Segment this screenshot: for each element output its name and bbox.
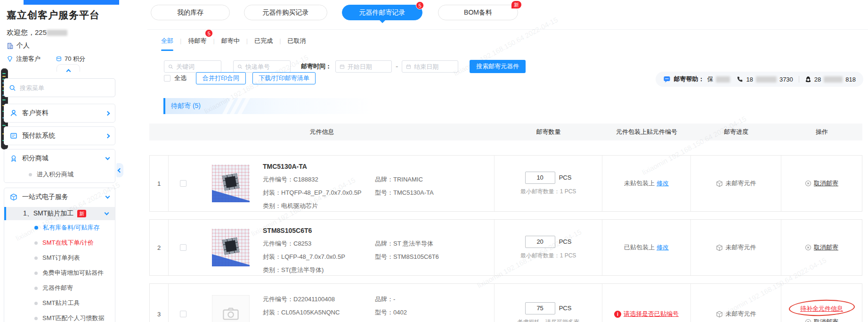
row-checkbox[interactable] [180, 180, 187, 187]
package-box-icon [716, 244, 723, 251]
bullet-dot-icon [34, 241, 38, 245]
qty-unit: PCS [559, 305, 572, 312]
info-icon: i [614, 311, 621, 318]
cube-icon [10, 193, 17, 201]
tab-completed[interactable]: 已完成 [253, 37, 274, 45]
row-checkbox[interactable] [180, 244, 187, 251]
sidebar-item-enter-points-mall[interactable]: 进入积分商城 [4, 167, 115, 182]
sidebar-item-smt-order-list[interactable]: SMT订单列表 [4, 250, 115, 265]
tracking-input[interactable] [245, 63, 286, 70]
end-date-input[interactable] [414, 63, 454, 70]
modify-link[interactable]: 修改 [657, 243, 669, 252]
table-header: 元件信息 邮寄数量 元件包装上贴元件编号 邮寄进度 操作 [149, 124, 862, 140]
qty-input[interactable] [525, 302, 555, 314]
help-label: 邮寄帮助： [673, 75, 704, 83]
field-model: 型号：TMC5130A-TA [375, 189, 494, 197]
search-icon [168, 64, 173, 70]
complete-info-link[interactable]: 待补全元件信息 [800, 302, 843, 314]
package-warning-link[interactable]: i 请选择是否已贴编号 [614, 310, 679, 318]
phone-suffix: 3730 [779, 76, 793, 83]
sidebar-item-label: SMT订单列表 [42, 254, 80, 262]
package-label-cell: i 请选择是否已贴编号 [602, 284, 690, 322]
section-title: 待邮寄 (5) [171, 102, 201, 110]
table-row: 3 元件编号：D22041100408 品牌：- 封装：CL05A105KA5N… [149, 283, 862, 322]
sidebar-item-customer-info[interactable]: 客户资料 [4, 104, 115, 123]
bullet-dot-icon [29, 173, 32, 176]
field-package: 封装：LQFP-48_7.0x7.0x0.5P [263, 253, 375, 261]
sidebar-item-smt-personal-data[interactable]: SMT匹配个人习惯数据 [4, 311, 115, 322]
coins-icon [56, 56, 62, 62]
progress-status: 未邮寄元件 [726, 310, 756, 318]
sidebar-collapse-handle[interactable] [116, 163, 123, 177]
cancel-mailing-button[interactable]: 取消邮寄 [805, 179, 838, 188]
qty-input[interactable] [525, 236, 555, 248]
component-info: TMC5130A-TA 元件编号：C188832 品牌：TRINAMIC 封装：… [263, 156, 494, 211]
chevron-down-icon [105, 194, 110, 199]
field-code: 元件编号：C8253 [263, 239, 375, 248]
tab-purchase-records[interactable]: 元器件购买记录 [244, 5, 327, 20]
tab-mailing-records[interactable]: 元器件邮寄记录 5 [342, 5, 422, 20]
sidebar-item-private-stock[interactable]: 私有库备料/可贴库存 [4, 220, 115, 235]
tab-label: 元器件邮寄记录 [359, 8, 406, 17]
mailing-help: 邮寄帮助： 保 183730 28818 [656, 72, 863, 87]
field-model: 型号：STM8S105C6T6 [375, 253, 494, 261]
actions-cell: 待补全元件信息 取消邮寄 [781, 284, 862, 322]
app-title: 嘉立创客户服务平台 [7, 8, 100, 22]
merge-print-contract-button[interactable]: 合并打印合同 [196, 72, 246, 84]
sidebar-item-one-stop-service[interactable]: 一站式电子服务 [4, 188, 115, 206]
sidebar-item-label: 元器件邮寄 [42, 284, 73, 292]
component-info: 元件编号：D22041100408 品牌：- 封装：CL05A105KA5NQN… [263, 284, 494, 322]
sidebar-item-component-mailing[interactable]: 元器件邮寄 [4, 281, 115, 296]
sidebar-item-smt-tools[interactable]: SMT贴片工具 [4, 296, 115, 311]
sidebar-item-smt-online-order[interactable]: SMT在线下单/计价 [4, 235, 115, 250]
start-date-input[interactable] [348, 63, 388, 70]
medal-icon [10, 155, 17, 162]
sidebar-item-label: SMT在线下单/计价 [42, 239, 94, 247]
tab-pending-mail[interactable]: 待邮寄 5 [187, 37, 207, 45]
redacted-name [716, 76, 730, 83]
sidebar-item-free-apply-parts[interactable]: 免费申请增加可贴器件 [4, 265, 115, 281]
redacted-qq [824, 76, 843, 83]
field-brand: 品牌：ST 意法半导体 [375, 239, 494, 248]
loss-note: 考虑损耗，请尽可能多寄 [517, 318, 579, 322]
bullet-dot-icon [34, 317, 38, 320]
cancel-mailing-button[interactable]: 取消邮寄 [805, 243, 838, 252]
cancel-mailing-button[interactable]: 取消邮寄 [805, 318, 838, 322]
tab-all[interactable]: 全部 [160, 37, 174, 45]
tab-label: BOM备料 [464, 8, 492, 17]
new-badge: 新 [77, 210, 86, 217]
sidebar-item-label: 客户资料 [22, 109, 101, 117]
sidebar-item-label: 预付款系统 [22, 132, 101, 140]
select-all-checkbox[interactable] [164, 75, 170, 82]
download-print-list-button[interactable]: 下载/打印邮寄清单 [252, 72, 316, 84]
chip-photo [222, 173, 239, 190]
camera-icon [223, 307, 239, 321]
qty-input[interactable] [525, 172, 555, 184]
collapse-profile-button[interactable] [57, 64, 80, 72]
tab-my-inventory[interactable]: 我的库存 [151, 5, 230, 20]
sidebar-item-prepayment[interactable]: 预付款系统 [4, 126, 115, 145]
tab-mailing[interactable]: 邮寄中 [220, 37, 241, 45]
table-row: 2 STM8S105C6T6 元件编号：C8253 品牌：ST 意法半导体 封装… [149, 219, 862, 276]
welcome-prefix: 欢迎您， [7, 28, 35, 36]
package-label-cell: 已贴包装上 修改 [602, 220, 690, 275]
bullet-dot-icon [34, 256, 38, 260]
sidebar-item-label: 一站式电子服务 [22, 193, 101, 201]
page: lixiaomin 192.168.150.64 2022-04-15 lixi… [0, 0, 868, 322]
modify-link[interactable]: 修改 [657, 179, 669, 188]
field-category: 类别：电机驱动芯片 [263, 202, 494, 210]
sidebar-item-smt-processing[interactable]: 1、SMT贴片加工 新 [4, 207, 115, 220]
sidebar-item-points-mall[interactable]: 积分商城 [4, 149, 115, 167]
tab-bom-stock[interactable]: BOM备料 新 [438, 5, 518, 20]
sidebar-item-label: SMT贴片工具 [42, 299, 80, 307]
person-icon [10, 109, 17, 117]
component-image [212, 229, 250, 266]
phone-icon [737, 76, 743, 83]
sidebar-item-label: 1、SMT贴片加工 [23, 209, 73, 218]
menu-search-input[interactable] [20, 84, 110, 91]
tab-cancelled[interactable]: 已取消 [287, 37, 307, 45]
keyword-input[interactable] [176, 63, 217, 70]
package-box-icon [716, 311, 723, 318]
search-mail-components-button[interactable]: 搜索邮寄元器件 [470, 60, 526, 73]
row-checkbox[interactable] [180, 311, 187, 317]
